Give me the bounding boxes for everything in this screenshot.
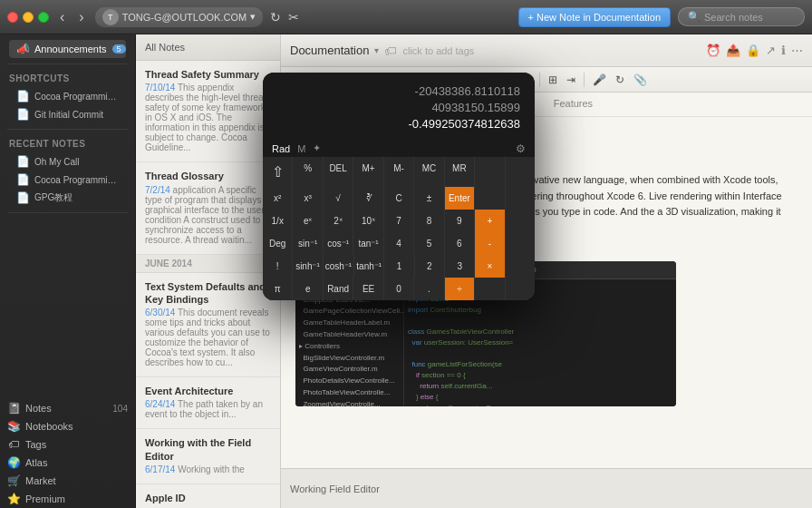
- rad-button[interactable]: Rad: [272, 143, 290, 154]
- sidebar-item-announcements[interactable]: 📣 Announcements 5: [9, 40, 126, 58]
- atanh-button[interactable]: tanh⁻¹: [354, 255, 383, 278]
- sidebar-item-tags[interactable]: 🏷 Tags: [0, 435, 135, 454]
- list-item[interactable]: Text System Defaults and Key Bindings 6/…: [136, 273, 280, 378]
- 4-button[interactable]: 4: [384, 232, 413, 255]
- arrow-icon[interactable]: ↗: [766, 44, 776, 57]
- sidebar-item-notes[interactable]: 📓 Notes 104: [0, 399, 135, 417]
- rand-button[interactable]: Rand: [324, 278, 353, 300]
- 8-button[interactable]: 8: [414, 210, 443, 232]
- search-box[interactable]: 🔍 Search notes: [678, 7, 805, 26]
- multiply-button[interactable]: ×: [475, 255, 504, 278]
- extra-2[interactable]: [506, 157, 535, 187]
- list-item[interactable]: Thread Glossary 7/2/14 application A spe…: [136, 162, 280, 254]
- sidebar-item-cocoa[interactable]: 📄 Cocoa Programming Guides &...: [9, 87, 126, 105]
- sidebar-item-ohmycall[interactable]: 📄 Oh My Call: [9, 152, 126, 171]
- ee-button[interactable]: EE: [353, 278, 382, 300]
- forward-button[interactable]: ›: [75, 7, 87, 27]
- sync-format-button[interactable]: ↻: [613, 73, 627, 87]
- e-button[interactable]: e: [293, 278, 322, 300]
- extra-8[interactable]: [475, 278, 504, 300]
- sidebar-item-notebooks[interactable]: 📚 Notebooks: [0, 417, 135, 435]
- reciprocal-button[interactable]: 1/x: [263, 210, 292, 232]
- list-item[interactable]: Working with the Field Editor 6/17/14 Wo…: [136, 429, 280, 484]
- mic-button[interactable]: 🎤: [590, 73, 609, 87]
- m-plus-button[interactable]: M+: [353, 157, 382, 187]
- 3-button[interactable]: 3: [445, 255, 474, 278]
- minus-button[interactable]: -: [475, 232, 504, 255]
- m-button[interactable]: M: [297, 143, 305, 154]
- 10x-button[interactable]: 10ˣ: [353, 210, 382, 232]
- extra-1[interactable]: [475, 157, 504, 187]
- x3-button[interactable]: x³: [293, 187, 322, 210]
- user-menu[interactable]: T TONG-G@OUTLOOK.COM ▾: [95, 7, 263, 27]
- indent-button[interactable]: ⇥: [564, 73, 578, 87]
- new-note-button[interactable]: + New Note in Documentation: [518, 7, 671, 27]
- clear-button[interactable]: C: [384, 187, 413, 210]
- pi-button[interactable]: π: [263, 278, 292, 300]
- mc-button[interactable]: MC: [414, 157, 443, 187]
- acos-button[interactable]: cos⁻¹: [324, 232, 353, 255]
- enter-button[interactable]: Enter: [445, 187, 474, 210]
- 2-button[interactable]: 2: [415, 255, 444, 278]
- 1-button[interactable]: 1: [384, 255, 413, 278]
- 5-button[interactable]: 5: [414, 232, 443, 255]
- sidebar-item-market[interactable]: 🛒 Market: [0, 472, 135, 490]
- sqrt-button[interactable]: √: [324, 187, 353, 210]
- sidebar-item-gpg[interactable]: 📄 GPG教程: [9, 189, 126, 207]
- attach-button[interactable]: 📎: [631, 73, 650, 87]
- 9-button[interactable]: 9: [445, 210, 474, 232]
- more-icon[interactable]: ⋯: [791, 44, 803, 57]
- divide-button[interactable]: ÷: [445, 278, 474, 300]
- extra-6[interactable]: [506, 232, 535, 255]
- percent-button[interactable]: %: [293, 157, 322, 187]
- atan-button[interactable]: tan⁻¹: [353, 232, 382, 255]
- shift-button[interactable]: ⇧: [263, 157, 292, 187]
- tab-features[interactable]: Features: [543, 93, 604, 116]
- del-button[interactable]: DEL: [324, 157, 353, 187]
- editor-tags-placeholder[interactable]: click to add tags: [402, 45, 474, 56]
- share-icon[interactable]: 📤: [726, 44, 740, 57]
- ex-button[interactable]: eˣ: [293, 210, 322, 232]
- list-item[interactable]: Event Architecture 6/24/14 The path take…: [136, 377, 280, 429]
- x2-button[interactable]: x²: [263, 187, 292, 210]
- note-date-2: 7/2/14 application A specific type of pr…: [145, 185, 271, 245]
- mr-button[interactable]: MR: [445, 157, 474, 187]
- sidebar-item-cocoa2[interactable]: 📄 Cocoa Programming Guides &...: [9, 171, 126, 189]
- list-item[interactable]: Thread Safety Summary 7/10/14 This appen…: [136, 61, 280, 162]
- plus-button[interactable]: +: [475, 210, 504, 232]
- info-icon[interactable]: ℹ: [781, 44, 786, 57]
- 7-button[interactable]: 7: [384, 210, 413, 232]
- sync-button[interactable]: ↻: [270, 10, 281, 24]
- fullscreen-button[interactable]: [38, 12, 49, 23]
- table-button[interactable]: ⊞: [546, 73, 560, 87]
- asinh-button[interactable]: sinh⁻¹: [293, 255, 322, 278]
- share-button[interactable]: ✂: [288, 10, 299, 24]
- mode3-button[interactable]: ✦: [313, 142, 321, 154]
- extra-4[interactable]: [506, 187, 535, 210]
- list-item[interactable]: Apple ID: [136, 484, 280, 508]
- asin-button[interactable]: sin⁻¹: [293, 232, 322, 255]
- lock-icon[interactable]: 🔒: [746, 44, 760, 57]
- 0-button[interactable]: 0: [384, 278, 413, 300]
- dot-button[interactable]: .: [414, 278, 443, 300]
- 6-button[interactable]: 6: [445, 232, 474, 255]
- sidebar-item-atlas[interactable]: 🌍 Atlas: [0, 454, 135, 472]
- plusminus-button[interactable]: ±: [414, 187, 443, 210]
- deg-button[interactable]: Deg: [263, 232, 292, 255]
- 2x-button[interactable]: 2ˣ: [324, 210, 353, 232]
- close-button[interactable]: [7, 12, 18, 23]
- m-minus-button[interactable]: M-: [384, 157, 413, 187]
- extra-9[interactable]: [506, 278, 535, 300]
- alarm-icon[interactable]: ⏰: [706, 44, 720, 57]
- acosh-button[interactable]: cosh⁻¹: [324, 255, 353, 278]
- factorial-button[interactable]: !: [263, 255, 292, 278]
- extra-5[interactable]: [506, 210, 535, 232]
- sidebar-item-git[interactable]: 📄 Git Initial Commit: [9, 105, 126, 123]
- extra-3[interactable]: [475, 187, 504, 210]
- back-button[interactable]: ‹: [56, 7, 68, 27]
- extra-7[interactable]: [506, 255, 535, 278]
- minimize-button[interactable]: [23, 12, 34, 23]
- sidebar-item-premium[interactable]: ⭐ Premium: [0, 490, 135, 508]
- cbrt-button[interactable]: ∛: [353, 187, 382, 210]
- gear-icon[interactable]: ⚙: [516, 142, 526, 155]
